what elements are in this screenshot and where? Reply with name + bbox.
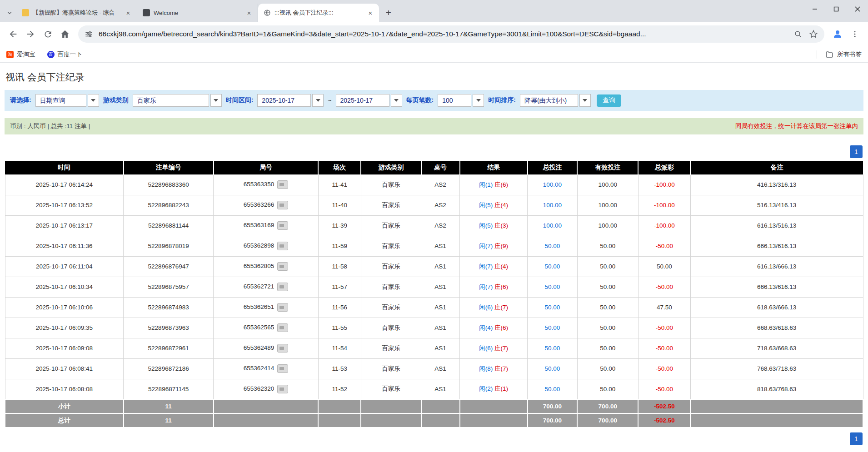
search-button[interactable]: 查询 <box>597 94 621 107</box>
snapshot-icon[interactable] <box>277 323 288 332</box>
game-type-select-value[interactable]: 百家乐 <box>133 94 209 107</box>
table-header: 时间 注单编号 局号 场次 游戏类别 桌号 结果 总投注 有效投注 总派彩 备注 <box>5 161 863 174</box>
snapshot-icon[interactable] <box>277 344 288 353</box>
info-bar: 币别 : 人民币 | 总共 :11 注单 | 同局有效投注，统一计算在该局第一张… <box>5 118 863 134</box>
col-payout: 总派彩 <box>638 161 690 174</box>
page-1-button[interactable]: 1 <box>850 432 863 445</box>
total-bet-link[interactable]: 50.00 <box>545 304 560 311</box>
total-bet-link[interactable]: 50.00 <box>545 365 560 372</box>
welcome-favicon-icon <box>143 9 150 16</box>
browser-tab-betrecord-active[interactable]: :::视讯 会员下注纪录::: × <box>258 4 379 22</box>
address-bar[interactable]: 66cxkj98.com/game/betrecord_search/kind3… <box>78 25 824 43</box>
reload-button[interactable] <box>39 25 56 43</box>
search-lens-icon[interactable] <box>794 30 803 39</box>
chevron-down-icon[interactable] <box>391 94 402 107</box>
cell-payout: -50.00 <box>638 338 690 358</box>
total-bet-link[interactable]: 50.00 <box>545 324 560 331</box>
date-end-select[interactable]: 2025-10-17 <box>336 94 402 107</box>
browser-tab-welcome[interactable]: Welcome × <box>137 4 258 22</box>
chevron-down-icon[interactable] <box>312 94 324 107</box>
chevron-down-icon[interactable] <box>88 94 99 107</box>
snapshot-icon[interactable] <box>277 180 288 189</box>
cell-note: 616.13/666.13 <box>690 256 863 277</box>
game-type-select[interactable]: 百家乐 <box>133 94 222 107</box>
cell-bet-id: 522896872961 <box>124 338 214 358</box>
all-bookmarks[interactable]: 所有书签 <box>817 50 862 59</box>
snapshot-icon[interactable] <box>277 201 288 209</box>
date-start-select[interactable]: 2025-10-17 <box>257 94 324 107</box>
cell-note: 618.63/666.13 <box>690 297 863 318</box>
tab-close-icon[interactable]: × <box>366 9 374 17</box>
date-start-value[interactable]: 2025-10-17 <box>257 94 311 107</box>
chevron-down-icon[interactable] <box>3 4 16 22</box>
bookmark-star-icon[interactable] <box>809 30 818 39</box>
page-1-button[interactable]: 1 <box>850 145 863 158</box>
cell-total-bet: 50.00 <box>528 277 578 297</box>
home-button[interactable] <box>56 25 74 43</box>
snapshot-icon[interactable] <box>277 283 288 291</box>
snapshot-icon[interactable] <box>277 221 288 230</box>
minimize-button[interactable] <box>804 0 825 18</box>
cell-round: 655363169 <box>214 215 318 236</box>
sort-select[interactable]: 降幂(由大到小) <box>520 94 591 107</box>
snapshot-icon[interactable] <box>277 242 288 250</box>
chevron-down-icon[interactable] <box>473 94 484 107</box>
maximize-button[interactable] <box>825 0 847 18</box>
cell-bet-id: 522896872186 <box>124 358 214 379</box>
col-bet-id: 注单编号 <box>124 161 214 174</box>
total-bet-link[interactable]: 100.00 <box>543 181 562 188</box>
total-bet-link[interactable]: 100.00 <box>543 202 562 209</box>
cell-payout: -100.00 <box>638 174 690 195</box>
page-size-select[interactable]: 100 <box>438 94 484 107</box>
cell-total-bet: 50.00 <box>528 338 578 358</box>
total-bet-link[interactable]: 50.00 <box>545 263 560 270</box>
cell-result: 闲(5) 庄(3) <box>460 215 528 236</box>
total-bet-link[interactable]: 50.00 <box>545 283 560 290</box>
close-button[interactable] <box>847 0 868 18</box>
cell-game-type: 百家乐 <box>361 358 421 379</box>
total-bet-link[interactable]: 50.00 <box>545 386 560 392</box>
cell-payout: -100.00 <box>638 195 690 215</box>
back-button[interactable] <box>5 25 22 43</box>
cell-valid-bet: 50.00 <box>577 297 638 318</box>
bookmark-baidu[interactable]: 百 百度一下 <box>47 50 82 59</box>
cell-note: 666.13/616.13 <box>690 236 863 256</box>
cell-payout: 50.00 <box>638 256 690 277</box>
chevron-down-icon[interactable] <box>210 94 222 107</box>
bookmark-taobao[interactable]: 淘 爱淘宝 <box>6 50 35 59</box>
cell-bet-id: 522896873963 <box>124 318 214 338</box>
date-end-value[interactable]: 2025-10-17 <box>336 94 389 107</box>
table-row: 2025-10-17 06:14:24 522896883360 6553633… <box>5 174 863 195</box>
taobao-icon: 淘 <box>6 51 14 58</box>
site-settings-icon[interactable] <box>85 30 93 39</box>
url-text[interactable]: 66cxkj98.com/game/betrecord_search/kind3… <box>99 30 789 38</box>
menu-dots-icon[interactable] <box>846 25 863 43</box>
snapshot-icon[interactable] <box>277 385 288 393</box>
tab-close-icon[interactable]: × <box>124 9 132 17</box>
cell-time: 2025-10-17 06:10:06 <box>5 297 124 318</box>
new-tab-button[interactable]: + <box>382 6 395 20</box>
cell-payout: -100.00 <box>638 215 690 236</box>
cell-note: 668.63/618.63 <box>690 318 863 338</box>
total-bet-link[interactable]: 50.00 <box>545 345 560 352</box>
chevron-down-icon[interactable] <box>579 94 591 107</box>
forward-button[interactable] <box>22 25 39 43</box>
cell-bet-id: 522896876947 <box>124 256 214 277</box>
cell-table-no: AS2 <box>421 195 460 215</box>
mode-select[interactable]: 日期查询 <box>35 94 99 107</box>
sort-select-value[interactable]: 降幂(由大到小) <box>520 94 578 107</box>
tab-close-icon[interactable]: × <box>245 9 253 17</box>
browser-tab-forum[interactable]: 【新提醒】海燕策略论坛 - 综合 × <box>16 4 137 22</box>
profile-avatar[interactable] <box>829 25 846 43</box>
snapshot-icon[interactable] <box>277 262 288 271</box>
snapshot-icon[interactable] <box>277 303 288 312</box>
page-size-value[interactable]: 100 <box>438 94 471 107</box>
cell-time: 2025-10-17 06:11:36 <box>5 236 124 256</box>
cell-total-bet: 50.00 <box>528 358 578 379</box>
total-bet-link[interactable]: 100.00 <box>543 222 562 229</box>
mode-select-value[interactable]: 日期查询 <box>35 94 86 107</box>
snapshot-icon[interactable] <box>277 364 288 373</box>
cell-result: 闲(7) 庄(9) <box>460 236 528 256</box>
total-bet-link[interactable]: 50.00 <box>545 243 560 249</box>
cell-game-type: 百家乐 <box>361 297 421 318</box>
